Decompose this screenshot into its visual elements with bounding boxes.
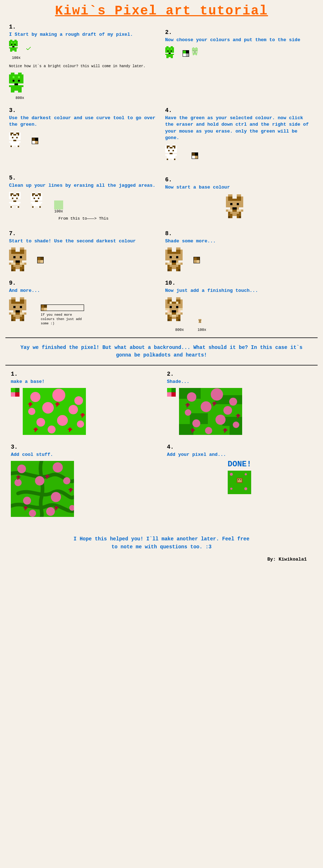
step-6: 6. Now start a base colour xyxy=(162,173,318,225)
step-3: 3. Use the darkest colour and use curve … xyxy=(5,105,162,169)
svg-rect-4 xyxy=(27,49,28,50)
svg-rect-5 xyxy=(28,49,29,50)
step-1: 1. I Start by making a rough draft of my… xyxy=(5,22,162,102)
step-1-text: I Start by making a rough draft of my pi… xyxy=(9,31,158,38)
step-7-visuals xyxy=(9,247,158,273)
page: Kiwi`s Pixel art tutorial 1. I Start by … xyxy=(0,0,323,566)
svg-rect-1 xyxy=(29,48,30,48)
bg-step-1: 1. make a base! xyxy=(5,369,162,437)
step-9-text: And more... xyxy=(9,288,158,294)
bg-step-2-number: 2. xyxy=(167,371,313,377)
bg-section: 1. make a base! 2. Shade... xyxy=(5,369,318,521)
bg-step-1-number: 1. xyxy=(11,371,156,377)
step-2-text: Now choose your colours and put them to … xyxy=(165,37,314,43)
scale-label-800x: 800x xyxy=(9,96,31,100)
scale-100x-step10: 100x xyxy=(198,328,206,332)
step-8-number: 8. xyxy=(165,230,314,237)
footer: I Hope this helped you! I`ll make anothe… xyxy=(5,535,318,562)
step-1-icon xyxy=(26,46,32,54)
step-2-number: 2. xyxy=(165,29,314,36)
scale-800x-step10: 800x xyxy=(165,328,194,332)
page-title: Kiwi`s Pixel art tutorial xyxy=(5,4,318,18)
step-9-note: If you need more colours then just add s… xyxy=(41,313,84,326)
color-swatch-9 xyxy=(41,305,84,311)
steps-row-7-8: 7. Start to shade! Use the second darkes… xyxy=(5,229,318,275)
color-swatch-3 xyxy=(32,138,38,144)
bg-step-2-visuals xyxy=(167,388,313,435)
step-8-visuals xyxy=(165,247,314,273)
step-7-number: 7. xyxy=(9,230,158,237)
bg-step-1-text: make a base! xyxy=(11,379,156,385)
bg-step-1-visuals xyxy=(11,388,156,435)
step-10-hamster-large: 800x xyxy=(165,297,194,332)
step-10-visuals: 800x 100x xyxy=(165,297,314,332)
bg-step-2: 2. Shade... xyxy=(162,369,318,437)
step-5: 5. Clean up your lines by erasing all th… xyxy=(5,173,162,225)
steps-row-1-2: 1. I Start by making a rough draft of my… xyxy=(5,22,318,102)
step-3-text: Use the darkest colour and use curve too… xyxy=(9,115,158,128)
section-divider xyxy=(5,337,318,338)
step-5-visuals: 100x From this to———> This xyxy=(9,192,158,221)
step-3-number: 3. xyxy=(9,107,158,114)
steps-row-3-4: 3. Use the darkest colour and use curve … xyxy=(5,105,318,169)
step-6-text: Now start a base colour xyxy=(165,184,314,191)
steps-row-9-10: 9. And more... If you need more colours … xyxy=(5,278,318,333)
bg-step-4-number: 4. xyxy=(167,444,313,450)
step-7: 7. Start to shade! Use the second darkes… xyxy=(5,229,162,275)
step-1-number: 1. xyxy=(9,24,158,30)
color-swatch-7 xyxy=(37,257,44,263)
step-10-hamster-small: 100x xyxy=(198,319,206,332)
step-1-hamster-small: 100x xyxy=(9,40,23,60)
step-4-visuals xyxy=(165,144,314,168)
step-1-hamster-large: 800x xyxy=(9,73,31,100)
bg-step-3-number: 3. xyxy=(11,444,156,450)
svg-rect-0 xyxy=(30,47,31,48)
scale-label-100x: 100x xyxy=(9,56,23,60)
bg-step-4-text: Add your pixel and... xyxy=(167,452,313,458)
section-divider-2 xyxy=(5,365,318,366)
step-9-number: 9. xyxy=(9,280,158,286)
step-6-visuals xyxy=(165,194,314,223)
footer-text: I Hope this helped you! I`ll make anothe… xyxy=(71,535,252,551)
step-8: 8. Shade some more... xyxy=(162,229,318,275)
step-10-number: 10. xyxy=(165,280,314,286)
scale-100x-step5: 100x xyxy=(54,210,63,213)
step-4-number: 4. xyxy=(165,107,314,114)
step-5-number: 5. xyxy=(9,175,158,181)
step-4: 4. Have the green as your selected colou… xyxy=(162,105,318,169)
bg-step-3: 3. Add cool stuff. xyxy=(5,442,162,521)
color-swatch-8 xyxy=(193,257,200,263)
color-swatch-2 xyxy=(183,50,189,57)
bg-row-1-2: 1. make a base! 2. Shade... xyxy=(5,369,318,437)
steps-row-5-6: 5. Clean up your lines by erasing all th… xyxy=(5,173,318,225)
middle-text: Yay we finished the pixel! But what abou… xyxy=(5,341,318,362)
step-2: 2. Now choose your colours and put them … xyxy=(162,22,318,102)
step-2-visuals xyxy=(165,46,314,61)
step-10-text: Now just add a finishing touch... xyxy=(165,288,314,294)
step-5-hamster-b xyxy=(31,192,51,213)
step-1-note: Notice how it`s a bright colour? this wi… xyxy=(9,64,145,69)
step-8-text: Shade some more... xyxy=(165,238,314,245)
step-4-text: Have the green as your selected colour. … xyxy=(165,115,314,141)
step-7-text: Start to shade! Use the second darkest c… xyxy=(9,238,158,245)
step-6-number: 6. xyxy=(165,177,314,183)
step-1-visuals: 100x Notice how it`s a bright colour? th… xyxy=(9,40,158,100)
author-label: By: Kiwikoala1 xyxy=(5,557,318,562)
svg-rect-2 xyxy=(26,48,27,49)
bg-row-3-4: 3. Add cool stuff. 4. Add your pixel and… xyxy=(5,442,318,521)
color-swatch-4 xyxy=(192,152,198,159)
step-5-scale: 100x xyxy=(54,200,63,213)
step-9-visuals: If you need more colours then just add s… xyxy=(9,297,158,326)
step-5-hamster-a xyxy=(9,192,29,213)
step-10: 10. Now just add a finishing touch... 80… xyxy=(162,278,318,333)
done-label: DONE! xyxy=(167,460,313,469)
step-9: 9. And more... If you need more colours … xyxy=(5,278,162,333)
from-to-label: From this to———> This xyxy=(9,216,158,221)
bg-step-4: 4. Add your pixel and... DONE! xyxy=(162,442,318,521)
bg-step-2-text: Shade... xyxy=(167,379,313,385)
bg-step-3-text: Add cool stuff. xyxy=(11,452,156,458)
step-5-text: Clean up your lines by erasing all the j… xyxy=(9,182,158,189)
svg-rect-3 xyxy=(29,48,29,49)
step-3-visuals xyxy=(9,131,158,151)
